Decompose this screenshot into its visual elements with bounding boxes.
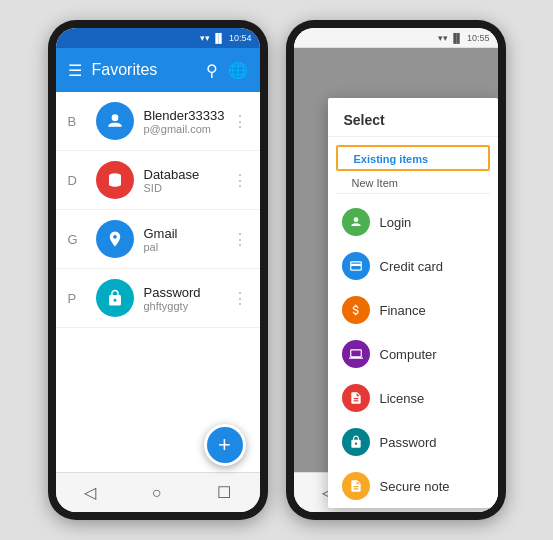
svg-point-2: [353, 217, 358, 222]
dialog-item-login[interactable]: Login: [328, 200, 498, 244]
more-icon[interactable]: ⋮: [232, 230, 248, 249]
new-item-label: New Item: [336, 173, 490, 194]
item-sub: ghftyggty: [144, 300, 232, 312]
dialog-item-license[interactable]: License: [328, 376, 498, 420]
item-name: Gmail: [144, 226, 232, 241]
phone-2-screen: ▾▾ ▐▌ 10:55 Select Existing items New It…: [294, 28, 498, 512]
list-item[interactable]: B Blender33333 p@gmail.com ⋮: [56, 92, 260, 151]
password-label: Password: [380, 435, 437, 450]
list-item-letter: D: [68, 173, 88, 188]
computer-icon: [342, 340, 370, 368]
menu-icon[interactable]: ☰: [68, 61, 82, 80]
status-icons-2: ▾▾ ▐▌: [438, 33, 463, 43]
more-icon[interactable]: ⋮: [232, 289, 248, 308]
computer-label: Computer: [380, 347, 437, 362]
nav-bar-1: ◁ ○ ☐: [56, 472, 260, 512]
finance-label: Finance: [380, 303, 426, 318]
list-item-letter: G: [68, 232, 88, 247]
list-item-letter: B: [68, 114, 88, 129]
app-bar-1: ☰ Favorites ⚲ 🌐: [56, 48, 260, 92]
finance-icon: [342, 296, 370, 324]
secure-note-icon: [342, 472, 370, 500]
list-item-text: Password ghftyggty: [144, 285, 232, 312]
status-bar-1: ▾▾ ▐▌ 10:54: [56, 28, 260, 48]
avatar-gmail: [96, 220, 134, 258]
secure-note-label: Secure note: [380, 479, 450, 494]
background-screen: Select Existing items New Item Login: [294, 48, 498, 472]
license-icon: [342, 384, 370, 412]
select-dialog: Select Existing items New Item Login: [328, 98, 498, 508]
phone-1-screen: ▾▾ ▐▌ 10:54 ☰ Favorites ⚲ 🌐 B Blender333…: [56, 28, 260, 512]
home-button[interactable]: ○: [152, 484, 162, 502]
fab-add-button[interactable]: +: [204, 424, 246, 466]
avatar-password: [96, 279, 134, 317]
phone-1: ▾▾ ▐▌ 10:54 ☰ Favorites ⚲ 🌐 B Blender333…: [48, 20, 268, 520]
status-time-2: 10:55: [467, 33, 490, 43]
password-icon: [342, 428, 370, 456]
item-name: Database: [144, 167, 232, 182]
avatar-blender: [96, 102, 134, 140]
favorites-list: B Blender33333 p@gmail.com ⋮ D Database …: [56, 92, 260, 472]
item-sub: p@gmail.com: [144, 123, 232, 135]
login-icon: [342, 208, 370, 236]
phone-2: ▾▾ ▐▌ 10:55 Select Existing items New It…: [286, 20, 506, 520]
list-item-text: Gmail pal: [144, 226, 232, 253]
avatar-database: [96, 161, 134, 199]
credit-card-icon: [342, 252, 370, 280]
dialog-item-secure-note[interactable]: Secure note: [328, 464, 498, 508]
item-sub: SID: [144, 182, 232, 194]
recents-button[interactable]: ☐: [217, 483, 231, 502]
credit-card-label: Credit card: [380, 259, 444, 274]
item-sub: pal: [144, 241, 232, 253]
status-bar-2: ▾▾ ▐▌ 10:55: [294, 28, 498, 48]
dialog-item-computer[interactable]: Computer: [328, 332, 498, 376]
more-icon[interactable]: ⋮: [232, 112, 248, 131]
existing-items-button[interactable]: Existing items: [336, 145, 490, 171]
dialog-title: Select: [328, 98, 498, 137]
list-item-letter: P: [68, 291, 88, 306]
more-icon[interactable]: ⋮: [232, 171, 248, 190]
item-name: Blender33333: [144, 108, 232, 123]
globe-icon[interactable]: 🌐: [228, 61, 248, 80]
list-item[interactable]: P Password ghftyggty ⋮: [56, 269, 260, 328]
dialog-item-credit-card[interactable]: Credit card: [328, 244, 498, 288]
item-name: Password: [144, 285, 232, 300]
svg-point-0: [111, 114, 118, 121]
list-item-text: Blender33333 p@gmail.com: [144, 108, 232, 135]
status-icons-1: ▾▾ ▐▌: [200, 33, 225, 43]
list-item[interactable]: D Database SID ⋮: [56, 151, 260, 210]
status-time-1: 10:54: [229, 33, 252, 43]
search-icon[interactable]: ⚲: [206, 61, 218, 80]
back-button[interactable]: ◁: [84, 483, 96, 502]
list-item-text: Database SID: [144, 167, 232, 194]
dialog-overlay: Select Existing items New Item Login: [294, 48, 498, 472]
list-item[interactable]: G Gmail pal ⋮: [56, 210, 260, 269]
dialog-item-password[interactable]: Password: [328, 420, 498, 464]
license-label: License: [380, 391, 425, 406]
dialog-item-finance[interactable]: Finance: [328, 288, 498, 332]
app-bar-title: Favorites: [92, 61, 196, 79]
login-label: Login: [380, 215, 412, 230]
